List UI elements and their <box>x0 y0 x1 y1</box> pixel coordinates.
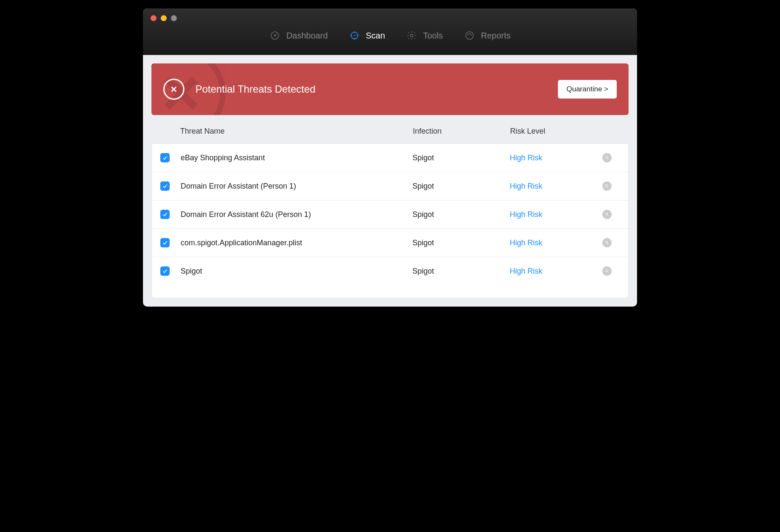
table-row: eBay Shopping AssistantSpigotHigh Risk <box>152 144 628 172</box>
cell-risk-level: High Risk <box>510 210 599 219</box>
target-icon <box>349 30 360 41</box>
inspect-icon[interactable] <box>602 210 612 219</box>
cell-infection: Spigot <box>412 210 510 219</box>
alert-x-icon <box>163 79 184 100</box>
header-threat-name: Threat Name <box>180 127 413 136</box>
cell-risk-level: High Risk <box>510 154 599 162</box>
threat-alert-banner: Potential Threats Detected Quarantine > <box>151 63 629 115</box>
cell-threat-name: eBay Shopping Assistant <box>181 154 412 162</box>
table-row: com.spigot.ApplicationManager.plistSpigo… <box>152 229 628 257</box>
window-minimize-button[interactable] <box>161 15 167 21</box>
cell-action <box>599 210 615 219</box>
cell-threat-name: Domain Error Assistant (Person 1) <box>181 182 412 191</box>
svg-line-18 <box>607 186 609 188</box>
nav-scan[interactable]: Scan <box>349 30 385 41</box>
svg-point-23 <box>606 270 608 272</box>
alert-title: Potential Threats Detected <box>195 83 316 95</box>
cell-threat-name: Spigot <box>181 267 412 276</box>
quarantine-button[interactable]: Quarantine > <box>558 80 617 99</box>
nav-label: Scan <box>366 31 385 41</box>
svg-line-24 <box>607 271 609 273</box>
svg-point-19 <box>606 213 608 215</box>
header-risk-level: Risk Level <box>510 127 599 136</box>
svg-point-17 <box>606 185 608 187</box>
cell-action <box>599 181 615 191</box>
app-window: Dashboard Scan Tools Reports <box>143 8 637 307</box>
inspect-icon[interactable] <box>602 266 612 276</box>
row-checkbox[interactable] <box>160 181 170 191</box>
content-area: Potential Threats Detected Quarantine > … <box>143 55 637 307</box>
cell-action <box>599 153 615 162</box>
svg-point-21 <box>606 241 608 244</box>
gear-icon <box>406 30 417 41</box>
nav-reports[interactable]: Reports <box>464 30 511 41</box>
table-row: Domain Error Assistant 62u (Person 1)Spi… <box>152 200 628 229</box>
row-checkbox[interactable] <box>160 266 170 276</box>
cell-threat-name: com.spigot.ApplicationManager.plist <box>181 239 412 247</box>
cell-risk-level: High Risk <box>510 239 599 247</box>
cell-threat-name: Domain Error Assistant 62u (Person 1) <box>181 210 412 219</box>
svg-point-15 <box>606 156 608 159</box>
svg-point-9 <box>466 32 473 39</box>
window-close-button[interactable] <box>151 15 157 21</box>
table-row: Domain Error Assistant (Person 1)SpigotH… <box>152 172 628 200</box>
threats-table: Threat Name Infection Risk Level eBay Sh… <box>151 118 629 298</box>
inspect-icon[interactable] <box>602 181 612 191</box>
traffic-lights <box>151 15 177 21</box>
row-checkbox[interactable] <box>160 153 170 162</box>
dashboard-icon <box>269 30 280 41</box>
nav-tools[interactable]: Tools <box>406 30 443 41</box>
row-checkbox[interactable] <box>160 238 170 247</box>
svg-line-22 <box>607 243 609 244</box>
svg-line-16 <box>607 158 609 159</box>
cell-infection: Spigot <box>412 267 510 276</box>
table-body: eBay Shopping AssistantSpigotHigh RiskDo… <box>151 143 629 285</box>
cell-action <box>599 266 615 276</box>
reports-icon <box>464 30 475 41</box>
cell-risk-level: High Risk <box>510 182 599 191</box>
header-infection: Infection <box>413 127 510 136</box>
nav-label: Dashboard <box>286 31 328 41</box>
table-footer-spacer <box>151 284 629 298</box>
table-row: SpigotSpigotHigh Risk <box>152 257 628 285</box>
nav-label: Tools <box>423 31 443 41</box>
titlebar: Dashboard Scan Tools Reports <box>143 8 637 55</box>
cell-infection: Spigot <box>412 239 510 247</box>
cell-action <box>599 238 615 247</box>
cell-infection: Spigot <box>412 182 510 191</box>
cell-infection: Spigot <box>412 154 510 162</box>
nav-label: Reports <box>481 31 511 41</box>
nav-dashboard[interactable]: Dashboard <box>269 30 328 41</box>
inspect-icon[interactable] <box>602 238 612 247</box>
inspect-icon[interactable] <box>602 153 612 162</box>
row-checkbox[interactable] <box>160 210 170 219</box>
svg-point-7 <box>354 35 355 36</box>
svg-line-20 <box>607 215 609 216</box>
cell-risk-level: High Risk <box>510 267 599 276</box>
table-header: Threat Name Infection Risk Level <box>151 118 629 143</box>
main-nav: Dashboard Scan Tools Reports <box>143 8 637 55</box>
window-maximize-button[interactable] <box>171 15 177 21</box>
svg-point-8 <box>410 34 413 37</box>
